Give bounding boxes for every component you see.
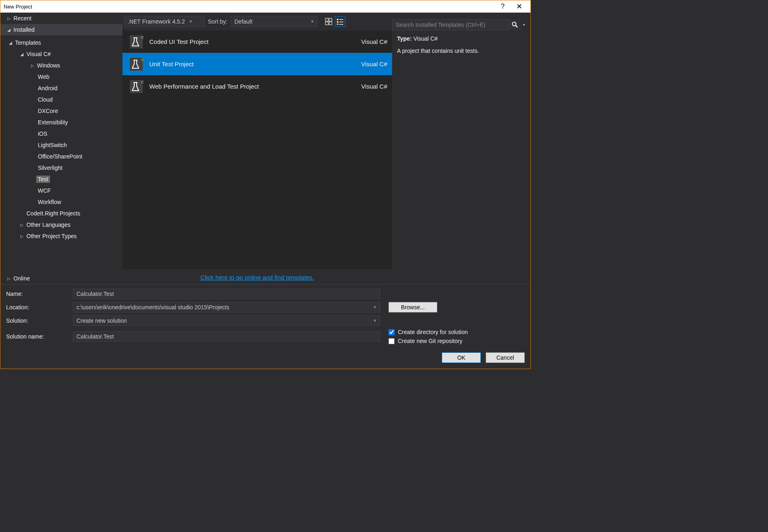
tree-otherproj[interactable]: ▷Other Project Types [0,230,122,242]
desc-type-label: Type: [397,35,412,42]
search-input[interactable] [393,22,509,28]
chevron-right-icon: ▷ [19,234,25,239]
test-project-icon: C# [127,35,145,49]
svg-rect-8 [337,24,338,25]
sortby-label: Sort by: [208,18,227,25]
solution-value: Create new solution [76,317,127,324]
search-button[interactable] [509,20,521,30]
center-panel: .NET Framework 4.5.2 ▼ Sort by: Default … [122,13,392,284]
desc-text: A project that contains unit tests. [397,47,522,55]
svg-rect-4 [337,19,338,20]
browse-button[interactable]: Browse... [388,302,437,313]
view-medium-icons[interactable] [323,16,334,27]
name-input[interactable] [76,291,377,297]
create-directory-label: Create directory for solution [398,329,468,335]
template-row[interactable]: C# Unit Test Project Visual C# [122,53,392,75]
svg-rect-14 [133,60,137,61]
svg-rect-9 [339,24,343,25]
test-project-icon: C# [127,79,145,94]
framework-value: .NET Framework 4.5.2 [128,18,185,25]
svg-text:C#: C# [141,58,144,62]
view-small-icons[interactable] [335,16,345,27]
svg-rect-7 [339,22,343,22]
tree-extensibility[interactable]: Extensibility [0,117,122,128]
tree-codeit[interactable]: CodeIt.Right Projects [0,208,122,219]
sidebar: ▷ Recent ◢ Installed ◢Templates ◢Visual … [0,13,122,284]
tree-dxcore[interactable]: DXCore [0,105,122,117]
sidebar-installed-label: Installed [12,26,35,33]
solutionname-input[interactable] [76,333,377,340]
create-git-label: Create new Git repository [398,338,463,344]
template-lang: Visual C# [361,38,387,45]
name-input-wrap[interactable] [73,289,380,299]
tree-test[interactable]: Test [0,174,122,185]
window-title: New Project [4,4,495,10]
sidebar-installed[interactable]: ◢ Installed [0,24,122,35]
svg-text:C#: C# [141,80,144,84]
template-lang: Visual C# [361,83,387,90]
svg-line-20 [516,26,517,27]
template-list[interactable]: C# Coded UI Test Project Visual C# C# Un… [122,30,392,269]
titlebar: New Project ? ✕ [0,0,530,13]
ok-button[interactable]: OK [442,352,481,363]
tree-ios[interactable]: iOS [0,128,122,139]
search-dropdown[interactable]: ▼ [521,23,527,27]
sortby-value: Default [234,18,252,25]
test-project-icon: C# [127,57,145,72]
svg-rect-5 [339,19,343,20]
tree-templates[interactable]: ◢Templates [0,37,122,48]
tree-windows[interactable]: ▷Windows [0,60,122,71]
chevron-down-icon: ◢ [19,52,25,56]
chevron-down-icon: ◢ [6,28,12,32]
tree-wcf[interactable]: WCF [0,185,122,196]
svg-rect-0 [325,18,328,21]
tree-silverlight[interactable]: Silverlight [0,162,122,174]
chevron-down-icon: ▼ [310,20,314,24]
template-row[interactable]: C# Web Performance and Load Test Project… [122,75,392,98]
sidebar-online[interactable]: ▷ Online [0,273,122,284]
close-button[interactable]: ✕ [511,2,527,11]
svg-rect-1 [329,18,332,21]
location-dropdown[interactable]: c:\users\erik\onedrive\documents\visual … [73,302,380,313]
tree-cloud[interactable]: Cloud [0,94,122,105]
cancel-button[interactable]: Cancel [486,352,525,363]
svg-point-19 [513,22,516,26]
chevron-right-icon: ▷ [30,63,35,68]
tree-lightswitch[interactable]: LightSwitch [0,139,122,151]
create-directory-checkbox[interactable] [388,329,395,335]
template-name: Coded UI Test Project [145,38,361,45]
svg-rect-17 [133,82,137,83]
tree-android[interactable]: Android [0,83,122,94]
name-label: Name: [6,291,73,297]
search-box[interactable] [392,19,509,30]
svg-rect-3 [329,22,332,25]
location-label: Location: [6,304,73,311]
chevron-right-icon: ▷ [6,276,12,281]
online-link-row: Click here to go online and find templat… [122,269,392,284]
solutionname-input-wrap[interactable] [73,331,380,342]
framework-dropdown[interactable]: .NET Framework 4.5.2 ▼ [124,16,205,27]
sidebar-recent[interactable]: ▷ Recent [0,13,122,24]
tree-workflow[interactable]: Workflow [0,196,122,208]
chevron-right-icon: ▷ [6,16,12,21]
online-templates-link[interactable]: Click here to go online and find templat… [201,274,314,281]
svg-text:C#: C# [141,35,144,39]
sidebar-online-label: Online [12,275,30,282]
sortby-dropdown[interactable]: Default ▼ [231,16,318,27]
bottom-form: Name: Location: c:\users\erik\onedrive\d… [0,284,530,369]
template-row[interactable]: C# Coded UI Test Project Visual C# [122,30,392,53]
tree-web[interactable]: Web [0,71,122,83]
help-button[interactable]: ? [495,3,511,10]
svg-rect-2 [325,22,328,25]
tree-visualcs[interactable]: ◢Visual C# [0,48,122,60]
chevron-down-icon: ▼ [373,305,377,309]
tree-office[interactable]: Office/SharePoint [0,151,122,162]
solution-dropdown[interactable]: Create new solution ▼ [73,315,380,326]
create-git-checkbox[interactable] [388,338,395,344]
template-tree[interactable]: ◢Templates ◢Visual C# ▷Windows Web Andro… [0,35,122,273]
template-name: Web Performance and Load Test Project [145,83,361,90]
chevron-down-icon: ◢ [8,41,13,45]
tree-otherlang[interactable]: ▷Other Languages [0,219,122,230]
chevron-down-icon: ▼ [189,20,193,24]
sidebar-recent-label: Recent [12,15,31,22]
